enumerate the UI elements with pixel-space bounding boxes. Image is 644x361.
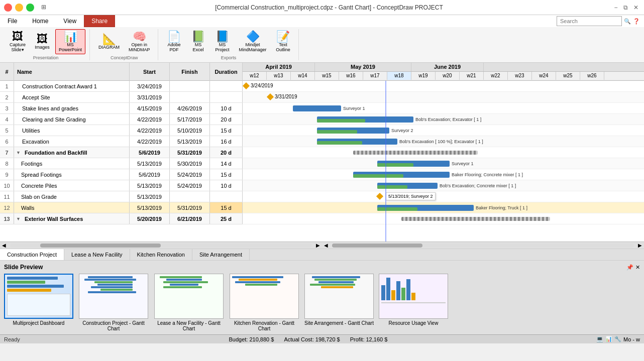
row-finish: 5/30/2019	[170, 158, 210, 169]
text-outline-button[interactable]: 📝 TextOutline	[272, 29, 294, 54]
task-progress-10	[377, 185, 407, 189]
scroll-right-btn2[interactable]: ▶	[636, 243, 644, 248]
tab-site-arrangement[interactable]: Site Arrangement	[192, 249, 250, 260]
close-btn[interactable]: ✕	[632, 4, 640, 12]
slide-preview-controls[interactable]: 📌 ✕	[626, 264, 640, 271]
slide-thumb-img-4[interactable]	[230, 274, 299, 319]
scroll-left-btn2[interactable]: ◀	[322, 243, 330, 248]
task-label-8: Surveyor 1	[452, 161, 474, 166]
week-w17: w17	[363, 72, 387, 80]
slide-thumb-img-5[interactable]	[304, 274, 374, 319]
window-controls[interactable]: ⊞	[4, 4, 46, 12]
window-action-buttons[interactable]: − ⧉ ✕	[612, 4, 640, 12]
tab-share[interactable]: Share	[84, 15, 115, 27]
row-id: 12	[0, 202, 14, 213]
row-name: Walls	[14, 202, 130, 213]
tab-kitchen-renovation[interactable]: Kitchen Renovation	[130, 249, 192, 260]
search-icon[interactable]: 🔍	[624, 18, 631, 25]
slide-thumb-img-6[interactable]	[379, 274, 448, 319]
row-start: 5/6/2019	[130, 147, 170, 158]
scroll-left-btn[interactable]: ◀	[0, 243, 8, 248]
week-w25: w25	[556, 72, 580, 80]
slide-thumb-3[interactable]: Lease a New Facility - Gantt Chart	[154, 274, 224, 331]
status-icon-2[interactable]: 📊	[605, 336, 612, 342]
col-header-finish: Finish	[170, 63, 210, 81]
expand-icon[interactable]: ▼	[16, 150, 21, 155]
row-id: 9	[0, 169, 14, 180]
capture-slide-button[interactable]: 🖼 CaptureSlide▾	[6, 29, 29, 54]
text-outline-label: TextOutline	[276, 42, 290, 52]
month-april: April 2019	[243, 63, 315, 71]
row-finish: 5/10/2019	[170, 125, 210, 136]
ms-powerpoint-button[interactable]: 📊 MSPowerPoint	[55, 29, 85, 54]
row-name: Spread Footings	[14, 169, 130, 180]
chart-row-7	[243, 147, 644, 158]
pin-icon[interactable]: 📌	[626, 264, 633, 271]
ms-excel-button[interactable]: 📗 MSExcel	[187, 29, 209, 54]
slide-thumb-6[interactable]: Resource Usage View	[379, 274, 448, 331]
open-mindmap-label: Open inMINDMAP	[129, 42, 150, 52]
app-icon: ⊞	[41, 4, 46, 12]
ribbon-group-presentation: 🖼 CaptureSlide▾ 🖼 Images 📊 MSPowerPoint …	[2, 29, 90, 60]
row-id: 2	[0, 92, 14, 102]
slide-thumb-4[interactable]: Kitchen Renovation - Gantt Chart	[229, 274, 299, 331]
presentation-group-label: Presentation	[33, 55, 59, 60]
ms-project-button[interactable]: 📘 MSProject	[211, 29, 234, 54]
scroll-right-btn[interactable]: ▶	[314, 243, 322, 248]
scroll-track[interactable]	[10, 244, 312, 248]
ribbon-group-conceptdraw-buttons: 📐 DIAGRAM 🧠 Open inMINDMAP	[95, 29, 154, 54]
mindjet-button[interactable]: 🔷 MindjetMindManager	[236, 29, 270, 54]
table-row: 10 Concrete Piles 5/13/2019 5/24/2019 10…	[0, 180, 243, 191]
diagram-button[interactable]: 📐 DIAGRAM	[95, 32, 123, 52]
minimize-btn[interactable]: −	[612, 4, 620, 12]
slide-thumb-label-3: Lease a New Facility - Gantt Chart	[154, 320, 224, 331]
help-icon[interactable]: ❓	[633, 18, 640, 25]
images-label: Images	[35, 45, 50, 50]
close-preview-icon[interactable]: ✕	[635, 264, 640, 271]
week-w18: w18	[387, 72, 411, 80]
task-label-6: Bob's Excavation [ 100 %]; Excavator [ 1…	[399, 139, 483, 144]
status-profit: Profit: 12,160 $	[350, 336, 388, 342]
status-icon-1[interactable]: 💻	[596, 336, 603, 342]
status-right: 💻 📊 🔧 Mo - w	[596, 336, 640, 342]
status-bar: Ready Budget: 210,880 $ Actual Cost: 198…	[0, 334, 644, 343]
expand-icon[interactable]: ▼	[16, 216, 21, 221]
minimize-button[interactable]	[15, 4, 23, 12]
slide-thumb-label-6: Resource Usage View	[389, 320, 439, 326]
ribbon-group-exports-buttons: 📄 AdobePDF 📗 MSExcel 📘 MSProject 🔷 Mindj…	[163, 29, 294, 54]
slide-thumb-1[interactable]: Multiproject Dashboard	[4, 274, 73, 331]
adobe-pdf-button[interactable]: 📄 AdobePDF	[163, 29, 185, 54]
milestone-label-2: 3/31/2019	[275, 94, 297, 99]
chart-row-11: 5/13/2019; Surveyor 2	[243, 191, 644, 202]
restore-btn[interactable]: ⧉	[622, 4, 630, 12]
tab-home[interactable]: Home	[25, 15, 56, 27]
search-input[interactable]	[557, 16, 622, 26]
slide-thumb-5[interactable]: Site Arrangement - Gantt Chart	[304, 274, 374, 331]
col-header-start: Start	[130, 63, 170, 81]
slide-thumb-img-1[interactable]	[4, 274, 73, 319]
diagram-icon: 📐	[102, 34, 116, 45]
row-start: 4/15/2019	[130, 103, 170, 113]
week-w24: w24	[532, 72, 556, 80]
tab-view[interactable]: View	[56, 15, 84, 27]
row-start: 4/22/2019	[130, 136, 170, 147]
diagram-label: DIAGRAM	[98, 45, 120, 50]
scroll-track2[interactable]	[332, 244, 634, 248]
open-mindmap-button[interactable]: 🧠 Open inMINDMAP	[125, 29, 154, 54]
row-finish: 5/31/2019	[170, 147, 210, 158]
slide-thumb-2[interactable]: Construction Project - Gantt Chart	[78, 274, 149, 331]
tab-construction-project[interactable]: Construction Project	[0, 249, 64, 260]
scroll-thumb[interactable]	[40, 244, 161, 248]
task-progress-12	[377, 207, 417, 211]
tab-lease-facility[interactable]: Lease a New Facility	[64, 249, 130, 260]
slide-thumb-img-2[interactable]	[79, 274, 148, 319]
scroll-thumb2[interactable]	[332, 244, 422, 248]
tab-file[interactable]: File	[0, 15, 25, 27]
maximize-button[interactable]	[26, 4, 34, 12]
h-scrollbar[interactable]: ◀ ▶ ◀ ▶	[0, 242, 644, 249]
images-button[interactable]: 🖼 Images	[31, 32, 53, 52]
close-button[interactable]	[4, 4, 12, 12]
row-id: 8	[0, 158, 14, 169]
slide-thumb-img-3[interactable]	[154, 274, 224, 319]
status-icon-3[interactable]: 🔧	[614, 336, 621, 342]
